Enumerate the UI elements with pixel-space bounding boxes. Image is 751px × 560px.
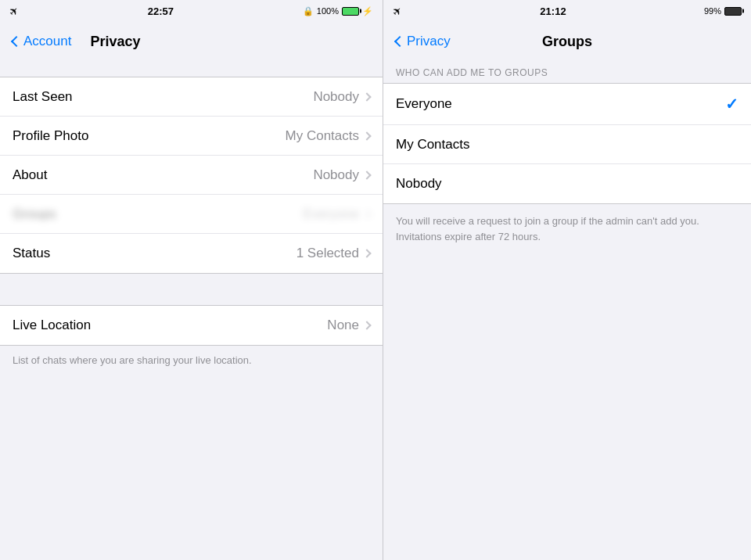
right-status-bar: ✈ 21:12 99% [383, 0, 751, 22]
privacy-back-button[interactable]: Privacy [396, 34, 451, 49]
live-location-chevron-icon [362, 321, 371, 329]
left-status-bar: ✈ 22:57 🔒 100% ⚡ [0, 0, 383, 22]
live-location-right: None [327, 318, 370, 333]
status-row[interactable]: Status 1 Selected [0, 234, 383, 273]
last-seen-value: Nobody [313, 89, 359, 105]
status-chevron-icon [362, 249, 371, 257]
battery-tip-icon [742, 9, 744, 13]
profile-photo-value: My Contacts [286, 128, 359, 144]
left-panel: ✈ 22:57 🔒 100% ⚡ Account Privacy Last Se… [0, 0, 383, 560]
groups-section-header: WHO CAN ADD ME TO GROUPS [383, 61, 751, 83]
airplane-icon: ✈ [6, 3, 22, 19]
left-spacer-top [0, 61, 383, 77]
bolt-icon: ⚡ [362, 6, 373, 16]
privacy-settings-group: Last Seen Nobody Profile Photo My Contac… [0, 77, 383, 274]
right-battery-pct: 99% [704, 6, 721, 16]
status-label: Status [13, 246, 50, 261]
about-row[interactable]: About Nobody [0, 156, 383, 195]
option-everyone-label: Everyone [396, 96, 452, 112]
everyone-checkmark-icon: ✓ [725, 95, 738, 113]
profile-photo-right: My Contacts [286, 128, 370, 144]
live-location-value: None [327, 318, 359, 333]
last-seen-chevron-icon [362, 92, 371, 101]
about-chevron-icon [362, 171, 371, 179]
left-nav-title: Privacy [90, 34, 140, 50]
right-airplane-icon: ✈ [390, 3, 405, 19]
right-status-icons: 99% [704, 6, 742, 16]
battery-icon [342, 7, 359, 16]
battery-pct: 100% [317, 6, 339, 16]
live-location-row[interactable]: Live Location None [0, 306, 383, 345]
profile-photo-label: Profile Photo [13, 128, 88, 144]
option-nobody-label: Nobody [396, 176, 442, 192]
right-nav-bar: Privacy Groups [383, 22, 751, 61]
last-seen-right: Nobody [313, 89, 370, 105]
last-seen-row[interactable]: Last Seen Nobody [0, 77, 383, 117]
option-nobody-row[interactable]: Nobody [383, 164, 751, 203]
right-back-label: Privacy [407, 34, 451, 49]
option-mycontacts-label: My Contacts [396, 137, 469, 153]
profile-photo-row[interactable]: Profile Photo My Contacts [0, 117, 383, 156]
chevron-left-icon [11, 36, 22, 47]
left-time: 22:57 [148, 5, 174, 17]
live-location-label: Live Location [13, 318, 91, 333]
battery-circle-icon: 🔒 [303, 6, 314, 16]
back-label: Account [23, 34, 71, 49]
right-panel: ✈ 21:12 99% Privacy Groups WHO CAN ADD M… [383, 0, 751, 560]
status-right: 1 Selected [296, 246, 370, 261]
last-seen-label: Last Seen [13, 89, 73, 105]
live-location-footer: List of chats where you are sharing your… [0, 346, 383, 380]
left-status-icons: 🔒 100% ⚡ [303, 6, 373, 16]
about-label: About [13, 167, 47, 183]
left-nav-bar: Account Privacy [0, 22, 383, 61]
account-back-button[interactable]: Account [13, 34, 71, 49]
live-location-group: Live Location None [0, 305, 383, 346]
about-value: Nobody [313, 167, 359, 183]
groups-blur-overlay [0, 195, 383, 233]
right-nav-title: Groups [542, 34, 592, 50]
groups-row[interactable]: Groups Everyone [0, 195, 383, 234]
option-mycontacts-row[interactable]: My Contacts [383, 125, 751, 164]
right-time: 21:12 [540, 5, 566, 17]
right-battery-icon [724, 7, 742, 16]
status-value: 1 Selected [296, 246, 359, 261]
groups-info-text: You will receive a request to join a gro… [383, 204, 751, 253]
profile-photo-chevron-icon [362, 131, 371, 140]
option-everyone-row[interactable]: Everyone ✓ [383, 84, 751, 125]
right-chevron-left-icon [394, 36, 405, 47]
about-right: Nobody [313, 167, 370, 183]
left-spacer-mid [0, 274, 383, 305]
groups-options-group: Everyone ✓ My Contacts Nobody [383, 83, 751, 204]
